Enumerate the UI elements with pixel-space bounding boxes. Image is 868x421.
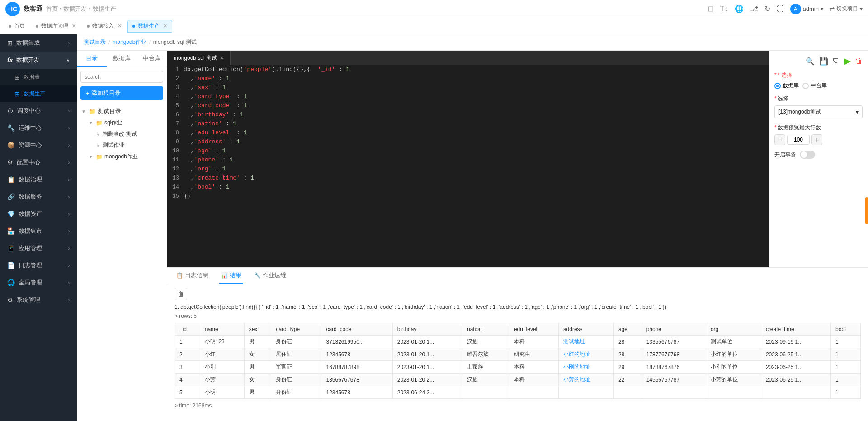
bottom-tab-log[interactable]: 📋 日志信息 <box>175 268 210 284</box>
radio-group-source: 数据库 中台库 <box>774 82 863 90</box>
ops-icon: 🔧 <box>7 124 15 132</box>
table-cell-bool: 1 <box>831 348 861 361</box>
bottom-tab-ops[interactable]: 🔧 作业运维 <box>252 268 288 284</box>
address-link[interactable]: 小刚的地址 <box>563 364 590 370</box>
tree-label-test-job: 测试作业 <box>103 142 124 149</box>
code-line-6: 6 ,'birthday' : 1 <box>167 110 769 119</box>
search-input[interactable] <box>80 71 163 83</box>
address-link[interactable]: 小芳的地址 <box>563 376 590 383</box>
toolbar-icon-play[interactable]: ▶ <box>844 56 851 66</box>
num-decrease-btn[interactable]: − <box>774 134 785 145</box>
sidebar-item-market[interactable]: 🏪 数据集市 › <box>0 222 77 240</box>
tab-data-prod[interactable]: 数据生产 ✕ <box>127 20 172 33</box>
table-cell-card_code: 12345678 <box>321 386 392 399</box>
table-cell-sex: 女 <box>244 374 271 386</box>
max-rows-input[interactable] <box>787 135 810 145</box>
table-cell-age: 29 <box>613 361 642 374</box>
table-cell-phone <box>642 386 706 399</box>
sidebar-item-config[interactable]: ⚙ 配置中心 › <box>0 154 77 171</box>
tab-data-prod-close[interactable]: ✕ <box>163 23 167 29</box>
result-tbody: 1小明123男身份证37132619950...2023-01-20 1...汉… <box>175 336 861 399</box>
asset-icon: 💎 <box>7 210 15 218</box>
table-cell-bool: 1 <box>831 386 861 399</box>
breadcrumb-dev[interactable]: 数据开发 <box>63 5 87 13</box>
sidebar-item-schedule[interactable]: ⏱ 调度中心 › <box>0 102 77 119</box>
sidebar-item-dataprod[interactable]: ⊞ 数据生产 <box>0 85 77 102</box>
icon-refresh2[interactable]: ↻ <box>764 5 770 13</box>
main-layout: ⊞ 数据集成 › fx 数据开发 ∨ ⊞ 数据表 ⊞ 数据生 <box>0 34 868 421</box>
address-link[interactable]: 测试地址 <box>563 338 585 345</box>
left-panel-search <box>77 67 167 86</box>
icon-fullscreen[interactable]: ⛶ <box>777 5 784 13</box>
left-tab-database[interactable]: 数据库 <box>107 51 137 67</box>
table-cell-birthday: 2023-01-20 1... <box>392 348 462 361</box>
switch-project[interactable]: ⇄ 切换项目 ▾ <box>830 5 863 13</box>
appmanage-label: 应用管理 <box>19 244 42 252</box>
tree-node-sql-job[interactable]: ▼ 📁 sql作业 <box>86 117 165 128</box>
log-tab-label: 日志信息 <box>185 271 208 279</box>
table-cell-name: 小芳 <box>200 374 244 386</box>
tab-home[interactable]: 首页 <box>4 20 30 33</box>
file-icon2: ↳ <box>96 142 100 148</box>
add-root-label: 添加根目录 <box>91 89 121 97</box>
sidebar-item-globalmanage[interactable]: 🌐 全局管理 › <box>0 274 77 291</box>
editor-area: mongodb sql 测试 ✕ 1 db.getCollection('peo… <box>167 51 769 267</box>
sidebar-item-logmanage[interactable]: 📄 日志管理 › <box>0 257 77 274</box>
editor-tab-mongodb[interactable]: mongodb sql 测试 ✕ <box>167 51 231 65</box>
num-increase-btn[interactable]: + <box>811 134 822 145</box>
toolbar-icon-shield[interactable]: 🛡 <box>833 57 840 65</box>
icon-screen[interactable]: ⊡ <box>708 5 714 13</box>
tab-dot <box>9 25 11 28</box>
table-cell-_id: 5 <box>175 386 200 399</box>
sidebar-item-dataservice[interactable]: 🔗 数据服务 › <box>0 188 77 205</box>
tab-db-manage[interactable]: 数据库管理 ✕ <box>31 20 81 33</box>
tree-node-crud-test[interactable]: ↳ 增删查改-测试 <box>93 128 165 140</box>
table-cell-address: 小红的地址 <box>558 348 613 361</box>
table-cell-org <box>706 386 761 399</box>
toolbar-icon-search[interactable]: 🔍 <box>806 57 815 66</box>
icon-globe[interactable]: 🌐 <box>735 5 744 13</box>
col-card-code: card_code <box>321 323 392 336</box>
sidebar-item-dev[interactable]: fx 数据开发 ∨ <box>0 52 77 69</box>
tab-data-import-close[interactable]: ✕ <box>118 23 122 29</box>
bottom-tab-result[interactable]: 📊 结果 <box>219 268 243 284</box>
sidebar-item-integration[interactable]: ⊞ 数据集成 › <box>0 34 77 52</box>
tree-label-sql-job: sql作业 <box>104 119 122 127</box>
sidebar-item-datatable[interactable]: ⊞ 数据表 <box>0 69 77 85</box>
radio-midplatform[interactable]: 中台库 <box>802 82 827 90</box>
breadcrumb-prod[interactable]: 数据生产 <box>93 5 116 13</box>
tab-data-import[interactable]: 数据接入 ✕ <box>82 20 127 33</box>
icon-text[interactable]: T↕ <box>720 5 728 13</box>
toolbar-icon-delete[interactable]: 🗑 <box>855 57 863 65</box>
breadcrumb-home[interactable]: 首页 <box>46 5 58 13</box>
tree-node-test-catalog[interactable]: ▼ 📁 测试目录 <box>79 105 165 117</box>
code-editor[interactable]: 1 db.getCollection('people').find({},{ '… <box>167 65 769 267</box>
sidebar-item-resource[interactable]: 📦 资源中心 › <box>0 137 77 154</box>
add-root-button[interactable]: + 添加根目录 <box>80 86 163 100</box>
sidebar-item-sysmanage[interactable]: ⚙ 系统管理 › <box>0 291 77 308</box>
sidebar-item-governance[interactable]: 📋 数据治理 › <box>0 171 77 188</box>
switch-icon: ⇄ <box>830 6 835 12</box>
icon-github[interactable]: ⎇ <box>750 5 758 13</box>
left-tab-catalog[interactable]: 目录 <box>77 51 107 67</box>
sidebar-item-asset[interactable]: 💎 数据资产 › <box>0 205 77 222</box>
sidebar-item-appmanage[interactable]: 📱 应用管理 › <box>0 240 77 257</box>
radio-database[interactable]: 数据库 <box>774 82 799 90</box>
tree-node-mongodb-job[interactable]: ▼ 📁 mongodb作业 <box>86 151 165 162</box>
sidebar-item-ops[interactable]: 🔧 运维中心 › <box>0 119 77 137</box>
tab-db-manage-close[interactable]: ✕ <box>72 23 76 29</box>
left-tab-midplatform[interactable]: 中台库 <box>137 51 167 67</box>
breadcrumb-item-0[interactable]: 测试目录 <box>84 38 106 46</box>
toolbar-icon-save[interactable]: 💾 <box>819 57 828 66</box>
tree-area: ▼ 📁 测试目录 ▼ 📁 sql作业 ↳ <box>77 104 167 421</box>
editor-tab-close[interactable]: ✕ <box>220 55 224 61</box>
user-menu[interactable]: A admin ▾ <box>790 4 824 14</box>
tree-node-test-job[interactable]: ↳ 测试作业 <box>93 140 165 151</box>
datasource-select[interactable]: [13]mongodb测试 ▾ <box>774 105 863 118</box>
sidebar-sub-dev: ⊞ 数据表 ⊞ 数据生产 <box>0 69 77 102</box>
delete-result-btn[interactable]: 🗑 <box>175 288 187 300</box>
breadcrumb-item-1[interactable]: mongodb作业 <box>113 38 146 46</box>
transaction-toggle[interactable] <box>800 151 815 159</box>
address-link[interactable]: 小红的地址 <box>563 351 590 357</box>
breadcrumb-item-2: mongodb sql 测试 <box>153 38 197 46</box>
